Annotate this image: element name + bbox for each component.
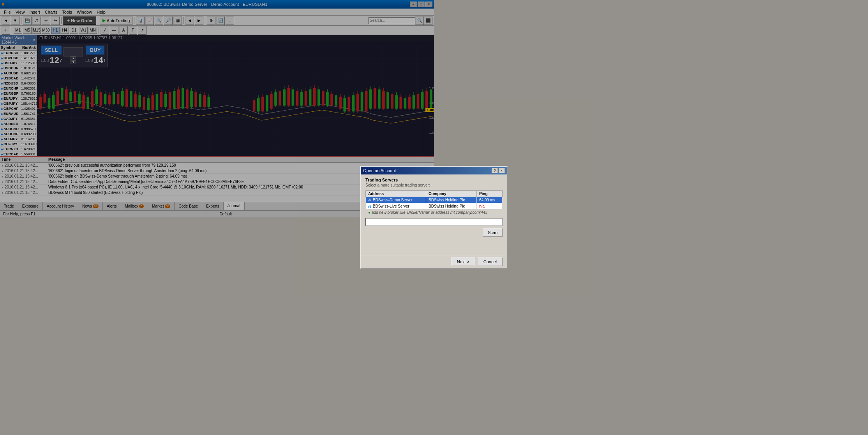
open-account-dialog: Open an Account ? × Trading Servers Sele… [360,166,434,217]
server-tbody: 🖧 BDSwiss-Demo Server BDSwiss Holding Pl… [366,197,434,216]
server-address: 🖧 BDSwiss-Demo Server [366,197,426,203]
add-broker-text: ● add new broker like 'BrokerName' or ad… [366,210,434,216]
modal-overlay: Open an Account ? × Trading Servers Sele… [0,0,434,217]
server-company: BDSwiss Holding Plc [426,197,434,203]
col-address: Address [366,191,426,197]
server-row[interactable]: 🖧 BDSwiss-Demo Server BDSwiss Holding Pl… [366,197,434,203]
add-icon: ● [368,210,370,215]
dialog-body: Trading Servers Select a more suitable t… [361,174,434,217]
server-table: Address Company Ping 🖧 BDSwiss-Demo Serv… [365,190,434,216]
server-row[interactable]: 🖧 BDSwiss-Live Server BDSwiss Holding Pl… [366,203,434,210]
add-broker-row[interactable]: ● add new broker like 'BrokerName' or ad… [366,210,434,216]
dialog-titlebar: Open an Account ? × [361,167,434,174]
col-company: Company [426,191,434,197]
dialog-title: Open an Account [363,168,396,173]
server-address: 🖧 BDSwiss-Live Server [366,203,426,210]
server-company: BDSwiss Holding Plc [426,203,434,210]
dialog-section-subtitle: Select a more suitable trading server: [365,183,434,187]
server-icon: 🖧 [368,198,372,202]
dialog-section-title: Trading Servers [365,178,434,182]
server-icon: 🖧 [368,204,372,208]
